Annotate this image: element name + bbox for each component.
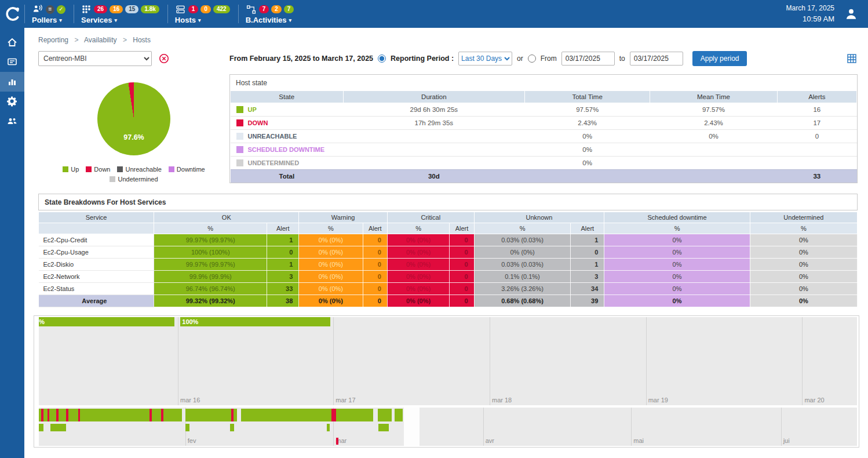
sidebar-item-monitoring[interactable] xyxy=(0,52,24,72)
mean-time-cell xyxy=(650,143,777,157)
axis-label: mar 19 xyxy=(648,397,668,404)
menu-pollers[interactable]: ≡ ✓ Pollers▾ xyxy=(25,2,74,26)
host-state-title: Host state xyxy=(230,75,857,90)
host-state-table: State Duration Total Time Mean Time Aler… xyxy=(230,90,857,183)
critical-pct-cell: 0% (0%) xyxy=(387,234,449,246)
timeline-overview-plot[interactable]: fevmaravrmaijui xyxy=(39,408,857,446)
sidebar-item-administration[interactable] xyxy=(0,111,24,131)
critical-alert-cell: 0 xyxy=(450,234,474,246)
export-report-icon[interactable] xyxy=(846,53,858,64)
services-critical-badge[interactable]: 26 xyxy=(94,5,107,13)
breadcrumb-hosts[interactable]: Hosts xyxy=(133,36,151,44)
pie-panel: 97.6% Up Down Unreachable Downtime Undet… xyxy=(38,74,229,183)
mean-time-cell xyxy=(650,157,777,170)
availability-bar: 100% xyxy=(39,317,174,326)
sidebar-item-home[interactable] xyxy=(0,32,24,52)
undetermined-pct-cell: 0% xyxy=(750,295,857,307)
ok-alert-cell: 38 xyxy=(267,295,299,307)
ba-ok-badge[interactable]: 7 xyxy=(284,5,294,13)
timeline-segment xyxy=(378,424,389,431)
reporting-period-radio[interactable] xyxy=(378,54,386,63)
timeline-segment xyxy=(185,409,231,421)
legend-item-down: Down xyxy=(86,166,110,173)
gridline xyxy=(781,408,782,446)
apply-period-button[interactable]: Apply period xyxy=(692,51,747,66)
hosts-up-badge[interactable]: 422 xyxy=(213,5,230,13)
breadcrumb-reporting[interactable]: Reporting xyxy=(38,36,68,44)
warning-alert-cell: 0 xyxy=(363,295,387,307)
ok-alert-cell: 33 xyxy=(267,283,299,295)
alerts-cell: 17 xyxy=(777,117,856,130)
ba-critical-badge[interactable]: 7 xyxy=(259,5,269,13)
menu-bactivities[interactable]: 7 2 7 B.Activities▾ xyxy=(239,2,302,26)
gridline xyxy=(631,408,632,446)
current-date-marker xyxy=(336,438,338,445)
column-header-duration: Duration xyxy=(343,91,524,103)
hosts-down-badge[interactable]: 1 xyxy=(188,5,199,13)
poller-ok-badge[interactable]: ✓ xyxy=(57,5,65,14)
menu-services[interactable]: 26 16 15 1.8k Services▾ xyxy=(74,2,167,26)
service-cell[interactable]: Ec2-Status xyxy=(39,283,154,295)
service-cell[interactable]: Ec2-Cpu-Credit xyxy=(39,234,154,246)
menu-pollers-label: Pollers xyxy=(32,16,57,24)
user-menu[interactable] xyxy=(844,6,859,21)
sidebar-item-reporting[interactable] xyxy=(0,72,24,92)
hosts-unreachable-badge[interactable]: 0 xyxy=(200,5,211,13)
from-date-input[interactable] xyxy=(561,52,615,66)
menu-hosts[interactable]: 1 0 422 Hosts▾ xyxy=(168,2,238,26)
unknown-alert-cell: 1 xyxy=(571,259,604,271)
timeline-segment xyxy=(68,409,78,421)
legend-item-unreachable: Unreachable xyxy=(117,166,161,173)
legend-swatch xyxy=(63,166,68,172)
ba-warning-badge[interactable]: 2 xyxy=(271,5,282,13)
host-select[interactable]: Centreon-MBI xyxy=(38,51,152,66)
timeline-segment xyxy=(43,409,48,421)
breadcrumb-availability[interactable]: Availability xyxy=(84,36,116,44)
critical-pct-cell: 0% (0%) xyxy=(387,246,449,259)
downtime-pct-cell: 0% xyxy=(604,283,750,295)
table-row: Ec2-Cpu-Usage 100% (100%) 0 0% (0%) 0 0%… xyxy=(39,246,858,259)
chevron-down-icon: ▾ xyxy=(198,17,201,23)
breakdown-sub-header-row: % Alert % Alert % Alert % Alert % % xyxy=(39,223,858,234)
host-state-panel: Host state State Duration Total Time Mea… xyxy=(229,74,858,183)
to-date-input[interactable] xyxy=(630,52,683,66)
mean-time-cell: 0% xyxy=(650,130,777,143)
services-warning-badge[interactable]: 16 xyxy=(110,5,123,13)
ok-pct-cell: 99.32% (99.32%) xyxy=(154,295,267,307)
period-controls: From February 15, 2025 to March 17, 2025… xyxy=(229,51,846,66)
sub-header: % xyxy=(154,223,267,234)
services-pending-badge[interactable]: 15 xyxy=(125,5,138,13)
timeline-segment xyxy=(241,409,332,421)
service-cell[interactable]: Ec2-Diskio xyxy=(39,259,154,271)
mean-time-cell: 97.57% xyxy=(650,103,777,117)
custom-period-radio[interactable] xyxy=(528,54,536,63)
services-ok-badge[interactable]: 1.8k xyxy=(141,5,159,13)
legend-label: Downtime xyxy=(177,166,205,173)
poller-icon xyxy=(32,3,43,15)
undetermined-pct-cell: 0% xyxy=(750,283,857,295)
centreon-logo[interactable] xyxy=(0,0,24,28)
axis-label: mai xyxy=(633,437,644,444)
availability-overview: 97.6% Up Down Unreachable Downtime Undet… xyxy=(38,74,858,183)
clock: March 17, 2025 10:59 AM xyxy=(786,3,834,25)
state-swatch xyxy=(236,119,243,126)
host-state-row-down: DOWN 17h 29m 35s 2.43% 2.43% 17 xyxy=(231,117,857,130)
service-cell[interactable]: Ec2-Cpu-Usage xyxy=(39,246,154,259)
critical-alert-cell: 0 xyxy=(450,283,474,295)
timeline-selection[interactable] xyxy=(404,408,420,446)
alerts-cell: 16 xyxy=(777,103,856,117)
reporting-period-select[interactable]: Last 30 Days xyxy=(458,52,512,66)
service-cell[interactable]: Ec2-Network xyxy=(39,271,154,283)
unknown-pct-cell: 0.1% (0.1%) xyxy=(474,271,571,283)
table-row: Ec2-Network 99.9% (99.9%) 3 0% (0%) 0 0%… xyxy=(39,271,858,283)
poller-list-badge[interactable]: ≡ xyxy=(46,5,54,14)
sidebar-item-configuration[interactable] xyxy=(0,92,24,111)
duration-cell: 29d 6h 30m 25s xyxy=(343,103,524,117)
group-header-unknown: Unknown xyxy=(474,212,604,223)
mean-time-cell: 2.43% xyxy=(650,117,777,130)
sub-header: % xyxy=(750,223,857,234)
clear-host-icon[interactable] xyxy=(159,53,169,64)
ok-alert-cell: 1 xyxy=(267,259,299,271)
sub-header: Alert xyxy=(267,223,299,234)
total-time-cell: 97.57% xyxy=(525,103,650,117)
